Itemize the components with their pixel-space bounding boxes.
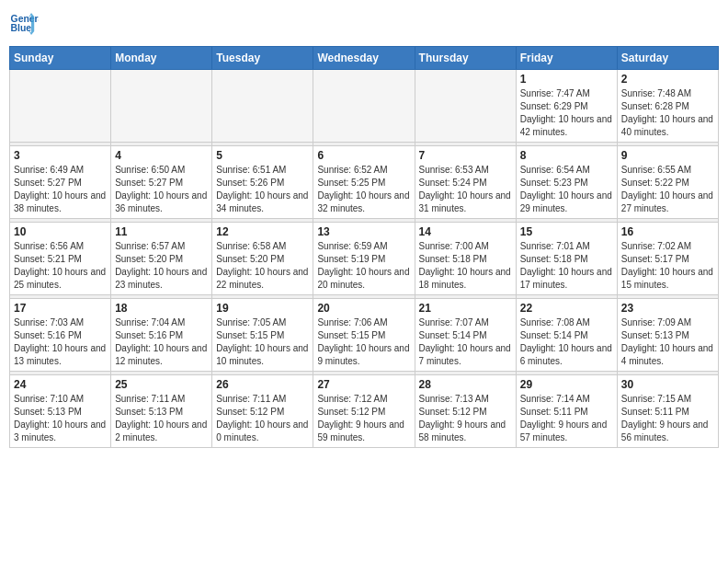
calendar-day-cell: 24Sunrise: 7:10 AM Sunset: 5:13 PM Dayli… [10, 375, 111, 448]
calendar-day-cell: 13Sunrise: 6:59 AM Sunset: 5:19 PM Dayli… [313, 223, 415, 295]
day-number: 27 [317, 378, 410, 391]
day-number: 5 [216, 149, 309, 162]
day-info: Sunrise: 6:50 AM Sunset: 5:27 PM Dayligh… [115, 164, 208, 215]
day-info: Sunrise: 6:49 AM Sunset: 5:27 PM Dayligh… [14, 164, 107, 215]
calendar-day-cell: 19Sunrise: 7:05 AM Sunset: 5:15 PM Dayli… [212, 299, 313, 372]
weekday-header: Monday [111, 47, 212, 70]
calendar-header-row: SundayMondayTuesdayWednesdayThursdayFrid… [10, 47, 719, 70]
day-info: Sunrise: 7:15 AM Sunset: 5:11 PM Dayligh… [621, 393, 714, 444]
weekday-header: Tuesday [212, 47, 313, 70]
calendar-day-cell: 23Sunrise: 7:09 AM Sunset: 5:13 PM Dayli… [617, 299, 718, 372]
day-number: 29 [520, 378, 613, 391]
calendar-day-cell [415, 70, 516, 143]
weekday-header: Friday [516, 47, 617, 70]
day-number: 18 [115, 302, 208, 315]
day-info: Sunrise: 7:11 AM Sunset: 5:13 PM Dayligh… [115, 393, 208, 444]
weekday-header: Wednesday [313, 47, 415, 70]
calendar-day-cell: 20Sunrise: 7:06 AM Sunset: 5:15 PM Dayli… [313, 299, 415, 372]
calendar-day-cell [10, 70, 111, 143]
day-info: Sunrise: 6:57 AM Sunset: 5:20 PM Dayligh… [115, 240, 208, 292]
day-number: 4 [115, 149, 208, 162]
weekday-header: Thursday [415, 47, 516, 70]
calendar-day-cell: 2Sunrise: 7:48 AM Sunset: 6:28 PM Daylig… [617, 70, 718, 143]
day-info: Sunrise: 6:54 AM Sunset: 5:23 PM Dayligh… [520, 164, 613, 215]
day-info: Sunrise: 7:00 AM Sunset: 5:18 PM Dayligh… [419, 240, 512, 292]
day-info: Sunrise: 7:13 AM Sunset: 5:12 PM Dayligh… [419, 393, 512, 444]
day-number: 14 [419, 225, 512, 238]
day-info: Sunrise: 7:47 AM Sunset: 6:29 PM Dayligh… [520, 87, 613, 139]
day-number: 3 [14, 149, 107, 162]
day-number: 13 [317, 225, 410, 238]
day-number: 20 [317, 302, 410, 315]
calendar-day-cell: 7Sunrise: 6:53 AM Sunset: 5:24 PM Daylig… [415, 146, 516, 219]
day-info: Sunrise: 7:14 AM Sunset: 5:11 PM Dayligh… [520, 393, 613, 444]
day-number: 2 [621, 73, 714, 86]
day-info: Sunrise: 7:07 AM Sunset: 5:14 PM Dayligh… [419, 316, 512, 368]
calendar-day-cell: 6Sunrise: 6:52 AM Sunset: 5:25 PM Daylig… [313, 146, 415, 219]
calendar-day-cell: 30Sunrise: 7:15 AM Sunset: 5:11 PM Dayli… [617, 375, 718, 448]
day-number: 28 [419, 378, 512, 391]
day-info: Sunrise: 6:53 AM Sunset: 5:24 PM Dayligh… [419, 164, 512, 215]
day-number: 23 [621, 302, 714, 315]
calendar-day-cell: 21Sunrise: 7:07 AM Sunset: 5:14 PM Dayli… [415, 299, 516, 372]
day-number: 22 [520, 302, 613, 315]
day-info: Sunrise: 7:01 AM Sunset: 5:18 PM Dayligh… [520, 240, 613, 292]
day-number: 10 [14, 225, 107, 238]
calendar-day-cell: 28Sunrise: 7:13 AM Sunset: 5:12 PM Dayli… [415, 375, 516, 448]
day-number: 6 [317, 149, 410, 162]
calendar-day-cell: 5Sunrise: 6:51 AM Sunset: 5:26 PM Daylig… [212, 146, 313, 219]
day-info: Sunrise: 6:58 AM Sunset: 5:20 PM Dayligh… [216, 240, 309, 292]
calendar-week-row: 24Sunrise: 7:10 AM Sunset: 5:13 PM Dayli… [10, 375, 719, 448]
weekday-header: Saturday [617, 47, 718, 70]
calendar-day-cell: 26Sunrise: 7:11 AM Sunset: 5:12 PM Dayli… [212, 375, 313, 448]
day-info: Sunrise: 7:06 AM Sunset: 5:15 PM Dayligh… [317, 316, 410, 368]
svg-text:Blue: Blue [11, 23, 32, 33]
calendar-week-row: 3Sunrise: 6:49 AM Sunset: 5:27 PM Daylig… [10, 146, 719, 219]
calendar-day-cell: 18Sunrise: 7:04 AM Sunset: 5:16 PM Dayli… [111, 299, 212, 372]
day-number: 8 [520, 149, 613, 162]
day-number: 1 [520, 73, 613, 86]
calendar-day-cell: 25Sunrise: 7:11 AM Sunset: 5:13 PM Dayli… [111, 375, 212, 448]
calendar-day-cell: 15Sunrise: 7:01 AM Sunset: 5:18 PM Dayli… [516, 223, 617, 295]
calendar-week-row: 10Sunrise: 6:56 AM Sunset: 5:21 PM Dayli… [10, 223, 719, 295]
calendar-day-cell: 9Sunrise: 6:55 AM Sunset: 5:22 PM Daylig… [617, 146, 718, 219]
day-info: Sunrise: 7:12 AM Sunset: 5:12 PM Dayligh… [317, 393, 410, 444]
logo-icon: General Blue [9, 9, 39, 39]
calendar-day-cell: 4Sunrise: 6:50 AM Sunset: 5:27 PM Daylig… [111, 146, 212, 219]
logo: General Blue [9, 9, 39, 39]
day-number: 24 [14, 378, 107, 391]
day-number: 19 [216, 302, 309, 315]
day-info: Sunrise: 7:11 AM Sunset: 5:12 PM Dayligh… [216, 393, 309, 444]
day-info: Sunrise: 6:55 AM Sunset: 5:22 PM Dayligh… [621, 164, 714, 215]
day-number: 9 [621, 149, 714, 162]
calendar-day-cell: 8Sunrise: 6:54 AM Sunset: 5:23 PM Daylig… [516, 146, 617, 219]
day-info: Sunrise: 6:56 AM Sunset: 5:21 PM Dayligh… [14, 240, 107, 292]
day-number: 15 [520, 225, 613, 238]
day-info: Sunrise: 7:05 AM Sunset: 5:15 PM Dayligh… [216, 316, 309, 368]
calendar-day-cell: 14Sunrise: 7:00 AM Sunset: 5:18 PM Dayli… [415, 223, 516, 295]
calendar-day-cell: 10Sunrise: 6:56 AM Sunset: 5:21 PM Dayli… [10, 223, 111, 295]
calendar-table: SundayMondayTuesdayWednesdayThursdayFrid… [9, 46, 719, 448]
day-info: Sunrise: 7:10 AM Sunset: 5:13 PM Dayligh… [14, 393, 107, 444]
calendar-day-cell: 16Sunrise: 7:02 AM Sunset: 5:17 PM Dayli… [617, 223, 718, 295]
day-info: Sunrise: 7:48 AM Sunset: 6:28 PM Dayligh… [621, 87, 714, 139]
day-info: Sunrise: 7:03 AM Sunset: 5:16 PM Dayligh… [14, 316, 107, 368]
calendar-day-cell: 29Sunrise: 7:14 AM Sunset: 5:11 PM Dayli… [516, 375, 617, 448]
calendar-day-cell: 17Sunrise: 7:03 AM Sunset: 5:16 PM Dayli… [10, 299, 111, 372]
day-number: 25 [115, 378, 208, 391]
day-number: 26 [216, 378, 309, 391]
day-info: Sunrise: 7:08 AM Sunset: 5:14 PM Dayligh… [520, 316, 613, 368]
day-info: Sunrise: 6:59 AM Sunset: 5:19 PM Dayligh… [317, 240, 410, 292]
day-number: 30 [621, 378, 714, 391]
day-info: Sunrise: 7:02 AM Sunset: 5:17 PM Dayligh… [621, 240, 714, 292]
calendar-day-cell: 11Sunrise: 6:57 AM Sunset: 5:20 PM Dayli… [111, 223, 212, 295]
calendar-day-cell: 22Sunrise: 7:08 AM Sunset: 5:14 PM Dayli… [516, 299, 617, 372]
day-number: 21 [419, 302, 512, 315]
calendar-day-cell: 3Sunrise: 6:49 AM Sunset: 5:27 PM Daylig… [10, 146, 111, 219]
calendar-day-cell: 12Sunrise: 6:58 AM Sunset: 5:20 PM Dayli… [212, 223, 313, 295]
calendar-day-cell [111, 70, 212, 143]
calendar-day-cell: 1Sunrise: 7:47 AM Sunset: 6:29 PM Daylig… [516, 70, 617, 143]
day-number: 17 [14, 302, 107, 315]
calendar-week-row: 17Sunrise: 7:03 AM Sunset: 5:16 PM Dayli… [10, 299, 719, 372]
calendar-day-cell [212, 70, 313, 143]
